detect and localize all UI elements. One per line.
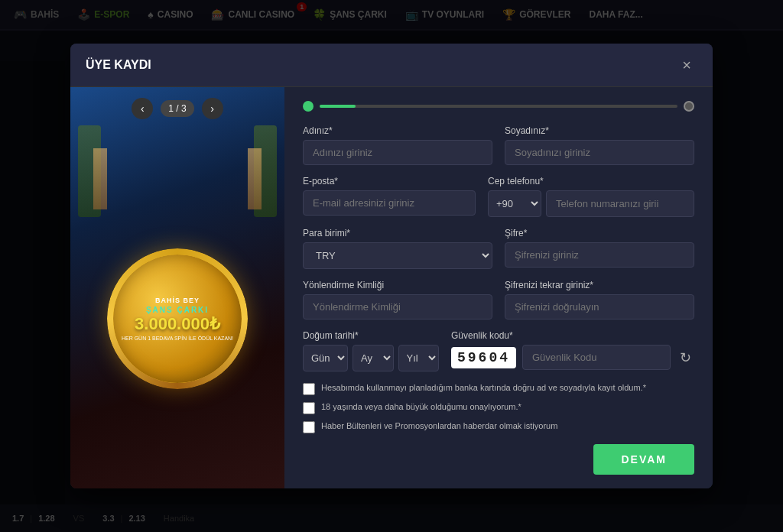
progress-dot-start xyxy=(303,101,314,112)
form-row-currency-password: Para birimi* TRY USD EUR Şifre* xyxy=(303,228,694,269)
modal-header: ÜYE KAYDI × xyxy=(70,44,713,87)
carousel-indicator: 1 / 3 xyxy=(161,100,193,117)
phone-wrap: +90 xyxy=(488,190,694,217)
checkbox-group-1: Hesabımda kullanmayı planladığım banka k… xyxy=(303,382,694,395)
input-email[interactable] xyxy=(303,190,476,216)
form-row-contact: E-posta* Cep telefonu* +90 xyxy=(303,176,694,217)
input-password[interactable] xyxy=(505,242,694,268)
input-firstname[interactable] xyxy=(303,140,492,165)
submit-wrap: DEVAM xyxy=(303,444,694,475)
checkbox-newsletter[interactable] xyxy=(303,421,315,433)
birth-year-select[interactable]: Yıl xyxy=(398,345,440,371)
form-group-phone: Cep telefonu* +90 xyxy=(488,176,694,217)
label-password-confirm: Şifrenizi tekrar giriniz* xyxy=(505,280,694,290)
form-row-name: Adınız* Soyadınız* xyxy=(303,125,694,165)
form-group-firstname: Adınız* xyxy=(303,125,492,165)
phone-code-select[interactable]: +90 xyxy=(488,190,541,217)
birth-day-select[interactable]: Gün xyxy=(303,345,348,371)
input-password-confirm[interactable] xyxy=(505,294,694,320)
promo-image: BAHİS BEY ŞANS ÇARKI 3.000.000₺ HER GÜN … xyxy=(70,87,284,488)
captcha-image: 59604 xyxy=(451,347,516,368)
carousel-next-button[interactable]: › xyxy=(202,98,223,119)
label-email: E-posta* xyxy=(303,176,476,187)
bg-pillar-right xyxy=(248,148,262,209)
captcha-wrap: 59604 ↻ xyxy=(451,345,694,370)
form-row-birth-captcha: Doğum tarihi* Gün Ay Yıl xyxy=(303,330,694,371)
label-phone: Cep telefonu* xyxy=(488,176,694,187)
promo-panel: ‹ 1 / 3 › BAHİS BEY ŞANS ÇARKI 3.000.000… xyxy=(70,87,284,488)
input-phone[interactable] xyxy=(546,190,694,217)
input-captcha[interactable] xyxy=(522,345,671,370)
progress-fill xyxy=(320,105,356,108)
form-row-referral-confirm: Yönlendirme Kimliği Şifrenizi tekrar gir… xyxy=(303,280,694,320)
label-currency: Para birimi* xyxy=(303,228,492,238)
promo-coin: BAHİS BEY ŞANS ÇARKI 3.000.000₺ HER GÜN … xyxy=(109,250,246,388)
checkbox-bank-confirm[interactable] xyxy=(303,383,315,395)
form-group-lastname: Soyadınız* xyxy=(505,125,694,165)
modal-overlay: ÜYE KAYDI × ‹ 1 / 3 › xyxy=(0,0,783,532)
progress-bar xyxy=(303,101,694,112)
captcha-refresh-button[interactable]: ↻ xyxy=(677,346,694,369)
form-group-currency: Para birimi* TRY USD EUR xyxy=(303,228,492,269)
input-lastname[interactable] xyxy=(505,140,694,165)
modal-title: ÜYE KAYDI xyxy=(86,58,151,72)
label-password: Şifre* xyxy=(505,228,694,238)
checkbox-group-3: Haber Bültenleri ve Promosyonlardan habe… xyxy=(303,420,694,433)
form-group-captcha: Güvenlik kodu* 59604 ↻ xyxy=(451,330,694,371)
form-group-birthdate: Doğum tarihi* Gün Ay Yıl xyxy=(303,330,439,371)
modal-body: ‹ 1 / 3 › BAHİS BEY ŞANS ÇARKI 3.000.000… xyxy=(70,87,713,488)
input-referral[interactable] xyxy=(303,294,492,320)
date-wrap: Gün Ay Yıl xyxy=(303,345,439,371)
checkbox-age-confirm[interactable] xyxy=(303,402,315,414)
form-panel: Adınız* Soyadınız* E-posta* Cep xyxy=(284,87,713,488)
currency-select[interactable]: TRY USD EUR xyxy=(303,242,492,269)
progress-track xyxy=(320,105,677,108)
form-group-password-confirm: Şifrenizi tekrar giriniz* xyxy=(505,280,694,320)
form-group-email: E-posta* xyxy=(303,176,476,217)
coin-ring xyxy=(107,248,248,389)
bg-pillar-left xyxy=(93,148,107,209)
label-referral: Yönlendirme Kimliği xyxy=(303,280,492,290)
label-captcha: Güvenlik kodu* xyxy=(451,330,694,341)
registration-modal: ÜYE KAYDI × ‹ 1 / 3 › xyxy=(70,44,713,488)
carousel-prev-button[interactable]: ‹ xyxy=(132,98,153,119)
carousel-controls: ‹ 1 / 3 › xyxy=(70,98,284,119)
label-birthdate: Doğum tarihi* xyxy=(303,330,439,341)
checkbox-label-age-confirm: 18 yaşında veya daha büyük olduğumu onay… xyxy=(321,401,521,413)
label-firstname: Adınız* xyxy=(303,125,492,136)
label-lastname: Soyadınız* xyxy=(505,125,694,136)
form-group-referral: Yönlendirme Kimliği xyxy=(303,280,492,320)
progress-dot-end xyxy=(684,101,694,112)
checkbox-label-newsletter: Haber Bültenleri ve Promosyonlardan habe… xyxy=(321,420,557,432)
submit-button[interactable]: DEVAM xyxy=(593,444,694,475)
birth-month-select[interactable]: Ay xyxy=(353,345,394,371)
checkbox-group-2: 18 yaşında veya daha büyük olduğumu onay… xyxy=(303,401,694,414)
modal-close-button[interactable]: × xyxy=(676,54,697,76)
checkbox-label-bank-confirm: Hesabımda kullanmayı planladığım banka k… xyxy=(321,382,646,394)
form-group-password: Şifre* xyxy=(505,228,694,269)
